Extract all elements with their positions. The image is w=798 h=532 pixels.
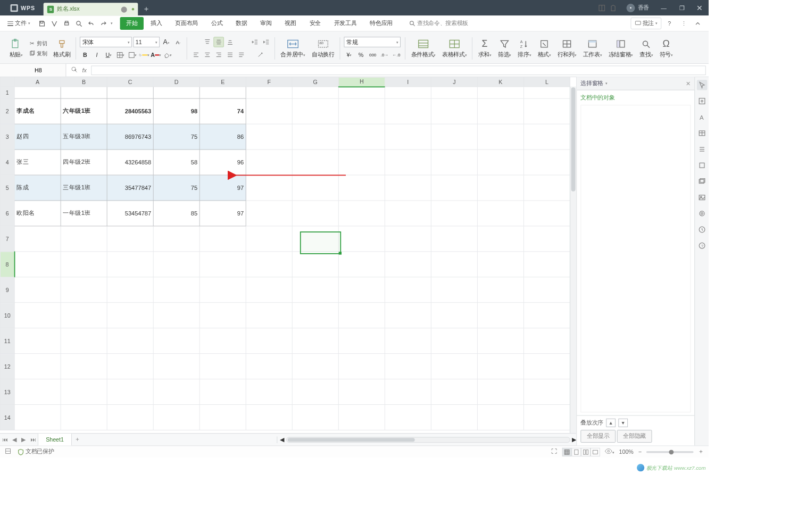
- cell-F8[interactable]: [246, 252, 292, 277]
- picture-icon[interactable]: [696, 192, 707, 203]
- object-icon[interactable]: [696, 160, 707, 171]
- cell-B2[interactable]: 六年级1班: [61, 98, 107, 124]
- cell-A3[interactable]: 赵四: [14, 124, 61, 149]
- add-sheet-button[interactable]: ＋: [72, 434, 83, 446]
- sheet-nav-first[interactable]: ⏮: [0, 434, 10, 446]
- align-center-button[interactable]: [202, 49, 213, 60]
- select-all-corner[interactable]: [0, 77, 14, 87]
- cell-C11[interactable]: [107, 328, 153, 354]
- cell-A6[interactable]: 欧阳名: [14, 201, 61, 226]
- cell-J11[interactable]: [431, 328, 477, 354]
- cell-C13[interactable]: [107, 379, 153, 405]
- cell-I13[interactable]: [385, 379, 431, 405]
- align-top-button[interactable]: [202, 37, 213, 47]
- cell-E5[interactable]: 97: [200, 175, 246, 201]
- cell-K9[interactable]: [477, 277, 523, 303]
- cell-I2[interactable]: [385, 98, 431, 124]
- cell-C5[interactable]: 35477847: [107, 175, 153, 201]
- cell-J9[interactable]: [431, 277, 477, 303]
- cell-J14[interactable]: [431, 405, 477, 430]
- wrap-text-button[interactable]: ab 自动换行: [310, 38, 337, 60]
- row-header-10[interactable]: 10: [0, 303, 14, 328]
- vertical-scrollbar[interactable]: [570, 87, 576, 434]
- cell-K12[interactable]: [477, 354, 523, 379]
- cell-D4[interactable]: 58: [153, 149, 200, 175]
- cell-G6[interactable]: [292, 201, 338, 226]
- sheet-nav-last[interactable]: ⏭: [28, 434, 38, 446]
- cell-L6[interactable]: [523, 201, 570, 226]
- col-header-G[interactable]: G: [292, 77, 338, 87]
- clear-format-button[interactable]: ▾: [162, 49, 173, 60]
- cell-E14[interactable]: [200, 405, 246, 430]
- fx-icon[interactable]: fx: [82, 67, 87, 73]
- fill-handle[interactable]: [339, 252, 342, 254]
- tab-close-dot-icon[interactable]: [132, 8, 134, 10]
- cell-B4[interactable]: 四年级2班: [61, 149, 107, 175]
- format-painter-button[interactable]: 格式刷: [52, 38, 72, 60]
- cell-K10[interactable]: [477, 303, 523, 328]
- chevron-down-icon[interactable]: ▾: [605, 81, 608, 86]
- cell-L7[interactable]: [523, 226, 570, 252]
- window-maximize-button[interactable]: ❐: [673, 0, 691, 15]
- col-header-K[interactable]: K: [477, 77, 523, 87]
- cell-I12[interactable]: [385, 354, 431, 379]
- cell-F9[interactable]: [246, 277, 292, 303]
- cell-H10[interactable]: [338, 303, 385, 328]
- print-icon[interactable]: [61, 18, 72, 29]
- cell-J3[interactable]: [431, 124, 477, 149]
- distribute-button[interactable]: [236, 49, 247, 60]
- skin-icon[interactable]: [610, 4, 617, 12]
- hide-all-button[interactable]: 全部隐藏: [617, 430, 652, 443]
- zoom-value[interactable]: 100%: [619, 448, 634, 455]
- col-header-B[interactable]: B: [61, 77, 107, 87]
- cell-H6[interactable]: [338, 201, 385, 226]
- cell-H4[interactable]: [338, 149, 385, 175]
- increase-font-button[interactable]: A+: [161, 37, 172, 47]
- name-box-input[interactable]: [2, 66, 75, 74]
- hscroll-left[interactable]: ◀: [280, 436, 284, 443]
- cell-E6[interactable]: 97: [200, 201, 246, 226]
- protection-status[interactable]: 文档已保护: [18, 448, 54, 456]
- workspace-icon[interactable]: [598, 4, 605, 12]
- cell-F7[interactable]: [246, 226, 292, 252]
- view-normal[interactable]: [562, 447, 572, 456]
- tab-安全[interactable]: 安全: [303, 17, 327, 30]
- comma-button[interactable]: 000: [368, 49, 378, 60]
- cell-C4[interactable]: 43264858: [107, 149, 153, 175]
- cell-E8[interactable]: [200, 252, 246, 277]
- cell-H7[interactable]: [338, 226, 385, 252]
- customize-status-icon[interactable]: [5, 448, 11, 456]
- cell-D2[interactable]: 98: [153, 98, 200, 124]
- italic-button[interactable]: I: [92, 49, 102, 60]
- cell-I14[interactable]: [385, 405, 431, 430]
- row-header-6[interactable]: 6: [0, 201, 14, 226]
- col-header-L[interactable]: L: [523, 77, 570, 87]
- filter-button[interactable]: 筛选▾: [496, 38, 513, 60]
- increase-indent-button[interactable]: [261, 37, 271, 47]
- cell-G3[interactable]: [292, 124, 338, 149]
- cell-C10[interactable]: [107, 303, 153, 328]
- cell-L12[interactable]: [523, 354, 570, 379]
- cell-K2[interactable]: [477, 98, 523, 124]
- align-middle-button[interactable]: [213, 37, 224, 47]
- gear-icon[interactable]: [696, 209, 707, 219]
- col-header-C[interactable]: C: [107, 77, 153, 87]
- table-style-button[interactable]: 表格样式▾: [440, 38, 469, 60]
- cell-A8[interactable]: [14, 252, 61, 277]
- zoom-in-button[interactable]: ＋: [698, 448, 704, 456]
- align-bottom-button[interactable]: [225, 37, 236, 47]
- cell-C7[interactable]: [107, 226, 153, 252]
- sheet-nav-prev[interactable]: ◀: [10, 434, 19, 446]
- cell-K3[interactable]: [477, 124, 523, 149]
- cell-C14[interactable]: [107, 405, 153, 430]
- cell-J5[interactable]: [431, 175, 477, 201]
- cell-I1[interactable]: [385, 87, 431, 98]
- scrollbar-thumb[interactable]: [287, 438, 415, 442]
- cell-L3[interactable]: [523, 124, 570, 149]
- find-button[interactable]: 查找▾: [638, 38, 655, 60]
- cell-J13[interactable]: [431, 379, 477, 405]
- select-tool-icon[interactable]: [696, 80, 707, 90]
- row-header-8[interactable]: 8: [0, 252, 14, 277]
- cell-K14[interactable]: [477, 405, 523, 430]
- save-icon[interactable]: [37, 18, 47, 29]
